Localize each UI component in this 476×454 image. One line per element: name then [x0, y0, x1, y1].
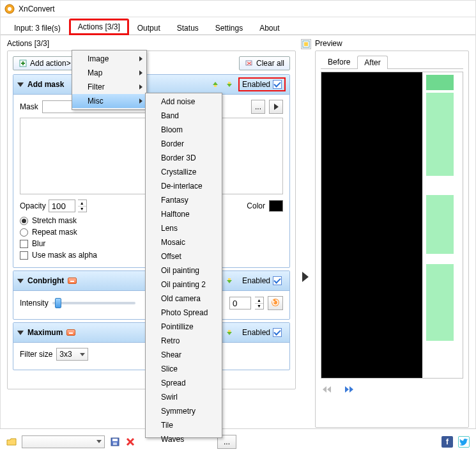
color-swatch[interactable] — [269, 200, 283, 212]
tab-status[interactable]: Status — [169, 20, 207, 35]
enabled-toggle-maximum[interactable]: Enabled — [238, 325, 286, 340]
add-action-label: Add action> — [30, 59, 71, 68]
action-header-addmask[interactable]: Add mask Enabled — [13, 75, 289, 95]
misc-tile[interactable]: Tile — [146, 418, 222, 432]
misc-retro[interactable]: Retro — [146, 334, 222, 348]
mask-label: Mask — [20, 102, 38, 111]
menu-item-misc[interactable]: Misc — [72, 94, 146, 108]
open-folder-icon[interactable] — [6, 437, 17, 447]
mask-browse-button[interactable]: ... — [251, 100, 265, 114]
svg-point-1 — [8, 7, 12, 11]
intensity-input[interactable] — [229, 297, 251, 309]
tab-output[interactable]: Output — [129, 20, 169, 35]
svg-rect-4 — [214, 85, 217, 87]
misc-oil-painting[interactable]: Oil painting — [146, 263, 222, 278]
misc-old-camera[interactable]: Old camera — [146, 292, 222, 306]
misc-fantasy[interactable]: Fantasy — [146, 193, 222, 207]
misc-offset[interactable]: Offset — [146, 249, 222, 263]
preview-tab-after[interactable]: After — [357, 56, 387, 69]
next-image-button[interactable] — [341, 384, 355, 395]
move-down-icon[interactable] — [224, 276, 234, 286]
intensity-slider[interactable] — [52, 302, 135, 304]
collapse-preview-button[interactable] — [301, 39, 311, 49]
opacity-input[interactable] — [49, 200, 75, 212]
misc-symmetry[interactable]: Symmetry — [146, 404, 222, 418]
clear-all-button[interactable]: Clear all — [239, 56, 290, 70]
misc-pointillize[interactable]: Pointillize — [146, 320, 222, 334]
enabled-checkbox[interactable] — [273, 276, 282, 285]
twitter-icon[interactable] — [458, 436, 470, 448]
tab-settings[interactable]: Settings — [207, 20, 251, 35]
misc-crystallize[interactable]: Crystallize — [146, 165, 222, 179]
misc-photo-spread[interactable]: Photo Spread — [146, 306, 222, 320]
remove-action-icon[interactable] — [66, 329, 75, 336]
misc-submenu: Add noise Band Bloom Border Border 3D Cr… — [145, 93, 222, 438]
mask-play-button[interactable] — [269, 100, 283, 114]
svg-rect-5 — [228, 82, 231, 84]
facebook-icon[interactable]: f — [441, 436, 453, 448]
misc-band[interactable]: Band — [146, 109, 222, 123]
enabled-label: Enabled — [242, 80, 270, 89]
preview-tab-before[interactable]: Before — [321, 55, 357, 68]
add-action-menu: Image Map Filter Misc Add noise Band Blo… — [72, 50, 147, 110]
save-icon[interactable] — [110, 437, 120, 447]
enabled-toggle-addmask[interactable]: Enabled — [238, 77, 286, 91]
misc-mosaic[interactable]: Mosaic — [146, 235, 222, 249]
filtersize-label: Filter size — [20, 350, 52, 359]
expand-arrow-icon[interactable] — [302, 272, 309, 282]
enabled-checkbox[interactable] — [273, 80, 282, 89]
misc-oil-painting-2[interactable]: Oil painting 2 — [146, 278, 222, 292]
move-up-icon[interactable] — [210, 79, 220, 90]
intensity-spinner[interactable]: ▲▼ — [255, 297, 264, 309]
enabled-toggle-conbright[interactable]: Enabled — [238, 274, 286, 288]
misc-bloom[interactable]: Bloom — [146, 123, 222, 137]
move-down-icon[interactable] — [224, 79, 234, 90]
tab-input[interactable]: Input: 3 file(s) — [6, 20, 69, 35]
menu-item-image[interactable]: Image — [72, 52, 146, 66]
misc-slice[interactable]: Slice — [146, 362, 222, 376]
collapse-icon — [17, 279, 24, 283]
misc-shear[interactable]: Shear — [146, 348, 222, 362]
misc-swirl[interactable]: Swirl — [146, 390, 222, 404]
slider-thumb[interactable] — [55, 298, 61, 308]
action-title-maximum: Maximum — [27, 328, 63, 337]
action-title-conbright: Conbright — [27, 276, 64, 285]
play-icon — [274, 104, 279, 110]
app-icon — [4, 4, 15, 14]
misc-spread[interactable]: Spread — [146, 376, 222, 390]
color-label: Color — [247, 201, 265, 210]
preview-image-black — [321, 72, 422, 378]
misc-add-noise[interactable]: Add noise — [146, 95, 222, 109]
misc-lens[interactable]: Lens — [146, 221, 222, 235]
opacity-spinner[interactable]: ▲▼ — [78, 200, 87, 212]
collapse-icon — [17, 331, 24, 335]
misc-de-interlace[interactable]: De-interlace — [146, 179, 222, 193]
misc-border[interactable]: Border — [146, 137, 222, 151]
menu-item-map[interactable]: Map — [72, 66, 146, 80]
opacity-label: Opacity — [20, 201, 46, 210]
misc-waves[interactable]: Waves — [146, 432, 222, 446]
intensity-reset-button[interactable] — [268, 296, 283, 310]
actions-section-title: Actions [3/3] — [7, 39, 296, 48]
menu-item-filter[interactable]: Filter — [72, 80, 146, 94]
clear-all-label: Clear all — [256, 59, 284, 68]
delete-icon[interactable] — [125, 437, 135, 447]
plus-icon — [19, 59, 27, 68]
move-down-icon[interactable] — [224, 327, 234, 338]
svg-rect-8 — [228, 330, 231, 332]
enabled-checkbox[interactable] — [273, 328, 282, 337]
tab-about[interactable]: About — [251, 20, 288, 35]
misc-halftone[interactable]: Halftone — [146, 207, 222, 221]
prev-image-button[interactable] — [321, 384, 335, 395]
filtersize-select[interactable]: 3x3 — [56, 348, 88, 361]
misc-border-3d[interactable]: Border 3D — [146, 151, 222, 165]
app-title: XnConvert — [19, 4, 55, 13]
preset-select[interactable] — [22, 435, 105, 448]
action-title-addmask: Add mask — [27, 80, 64, 89]
add-action-button[interactable]: Add action> — [13, 56, 77, 70]
tab-actions[interactable]: Actions [3/3] — [69, 19, 129, 35]
intensity-label: Intensity — [20, 299, 49, 308]
svg-rect-10 — [304, 42, 308, 46]
preview-canvas[interactable] — [321, 72, 463, 379]
remove-action-icon[interactable] — [68, 278, 77, 284]
